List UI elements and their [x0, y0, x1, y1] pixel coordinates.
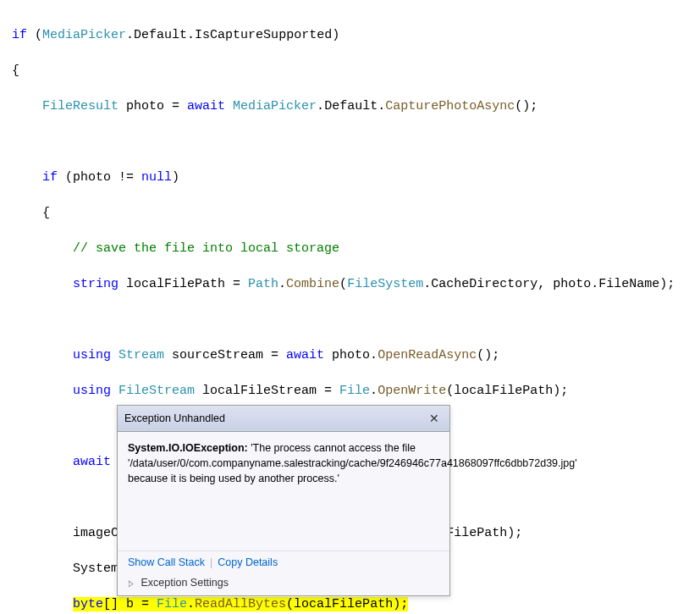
separator: |: [210, 556, 212, 568]
code-line: {: [12, 204, 700, 222]
popup-header: Exception Unhandled ✕: [118, 406, 449, 432]
copy-details-link[interactable]: Copy Details: [218, 556, 278, 568]
popup-title: Exception Unhandled: [124, 412, 225, 424]
code-line: using Stream sourceStream = await photo.…: [12, 346, 700, 364]
code-line: // save the file into local storage: [12, 240, 700, 257]
code-line: string localFilePath = Path.Combine(File…: [12, 275, 700, 293]
code-line: byte[] b = File.ReadAllBytes(localFilePa…: [12, 595, 700, 613]
code-line: {: [12, 62, 700, 80]
close-icon[interactable]: ✕: [426, 411, 443, 426]
show-call-stack-link[interactable]: Show Call Stack: [128, 556, 205, 568]
popup-links: Show Call Stack | Copy Details: [118, 550, 449, 573]
code-line: FileResult photo = await MediaPicker.Def…: [12, 97, 700, 115]
keyword-if: if: [12, 28, 27, 42]
code-line: [12, 311, 700, 329]
exception-type: System.IO.IOException:: [128, 442, 251, 454]
popup-body: System.IO.IOException: 'The process cann…: [118, 432, 449, 550]
exception-popup: Exception Unhandled ✕ System.IO.IOExcept…: [117, 405, 450, 596]
highlighted-line: byte[] b = File.ReadAllBytes(localFilePa…: [73, 597, 408, 611]
code-line: if (MediaPicker.Default.IsCaptureSupport…: [12, 26, 700, 44]
exception-settings-toggle[interactable]: Exception Settings: [118, 573, 449, 595]
code-line: [12, 133, 700, 151]
code-line: using FileStream localFileStream = File.…: [12, 382, 700, 400]
code-line: if (photo != null): [12, 169, 700, 186]
